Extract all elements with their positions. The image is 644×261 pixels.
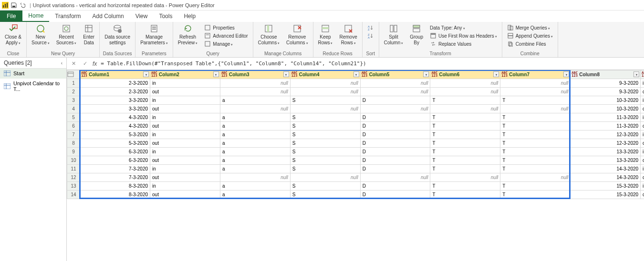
cell[interactable]: a <box>220 96 290 105</box>
cell[interactable]: 5-3-2020 <box>80 139 150 148</box>
cell[interactable]: 2-3-2020 <box>80 79 150 88</box>
cell[interactable]: 11-3-2020 <box>571 113 641 122</box>
cell[interactable]: a <box>220 122 290 130</box>
cell[interactable]: null <box>290 105 360 113</box>
row-number[interactable]: 1 <box>67 79 80 88</box>
cell[interactable]: out <box>641 191 644 199</box>
group-by-button[interactable]: Group By <box>407 23 426 50</box>
cell[interactable]: null <box>220 173 290 182</box>
formula-text[interactable]: = Table.FillDown(#"Transposed Table",{"C… <box>101 60 641 67</box>
row-number[interactable]: 4 <box>67 105 80 113</box>
cell[interactable]: 2-3-2020 <box>80 88 150 96</box>
cell[interactable]: a <box>220 139 290 148</box>
combine-files-button[interactable]: Combine Files <box>506 40 554 48</box>
tab-help[interactable]: Help <box>178 10 201 22</box>
cell[interactable]: S <box>290 139 360 148</box>
cell[interactable]: out <box>641 156 644 165</box>
cell[interactable]: T <box>500 148 571 156</box>
cell[interactable]: out <box>150 156 220 165</box>
cell[interactable]: null <box>430 173 500 182</box>
cell[interactable]: D <box>360 113 430 122</box>
cell[interactable]: a <box>220 165 290 173</box>
cell[interactable]: T <box>430 182 500 191</box>
cell[interactable]: S <box>290 165 360 173</box>
row-number[interactable]: 3 <box>67 96 80 105</box>
cell[interactable]: 8-3-2020 <box>80 191 150 199</box>
cell[interactable]: out <box>150 122 220 130</box>
cell[interactable]: D <box>360 130 430 139</box>
cell[interactable]: T <box>430 130 500 139</box>
cell[interactable]: 14-3-2020 <box>571 173 641 182</box>
cell[interactable]: null <box>360 79 430 88</box>
row-number[interactable]: 7 <box>67 130 80 139</box>
cell[interactable]: D <box>360 182 430 191</box>
tab-transform[interactable]: Transform <box>49 10 86 22</box>
filter-dropdown-icon[interactable]: ▾ <box>283 71 289 77</box>
data-type-button[interactable]: Data Type: Any <box>429 24 498 31</box>
row-number[interactable]: 11 <box>67 165 80 173</box>
cell[interactable]: in <box>150 148 220 156</box>
row-number[interactable]: 6 <box>67 122 80 130</box>
cell[interactable]: a <box>220 191 290 199</box>
column-header[interactable]: ABC123Column1▾ <box>80 70 150 79</box>
cell[interactable]: null <box>360 105 430 113</box>
filter-dropdown-icon[interactable]: ▾ <box>423 71 429 77</box>
filter-dropdown-icon[interactable]: ▾ <box>353 71 359 77</box>
row-number[interactable]: 2 <box>67 88 80 96</box>
column-header[interactable]: ABC123Column8▾ <box>571 70 641 79</box>
cell[interactable]: T <box>430 191 500 199</box>
cell[interactable]: T <box>500 182 571 191</box>
cell[interactable]: S <box>290 148 360 156</box>
cell[interactable]: T <box>430 148 500 156</box>
cell[interactable]: null <box>220 88 290 96</box>
column-header[interactable]: ABC123Column4▾ <box>290 70 360 79</box>
cell[interactable]: 14-3-2020 <box>571 165 641 173</box>
cell[interactable]: null <box>430 88 500 96</box>
split-column-button[interactable]: Split Column <box>381 23 406 50</box>
cell[interactable]: 15-3-2020 <box>571 182 641 191</box>
cell[interactable]: null <box>290 173 360 182</box>
cell[interactable]: out <box>641 139 644 148</box>
cell[interactable]: null <box>430 79 500 88</box>
cell[interactable]: 7-3-2020 <box>80 165 150 173</box>
cell[interactable]: 10-3-2020 <box>571 96 641 105</box>
data-grid[interactable]: ABC123Column1▾ABC123Column2▾ABC123Column… <box>67 70 644 261</box>
column-header[interactable]: ABC123Column2▾ <box>150 70 220 79</box>
sort-desc-button[interactable]: ZA <box>366 32 375 40</box>
cell[interactable]: a <box>220 156 290 165</box>
cell[interactable]: T <box>430 139 500 148</box>
cell[interactable]: T <box>500 165 571 173</box>
cell[interactable]: S <box>290 130 360 139</box>
cell[interactable]: null <box>220 105 290 113</box>
tab-home[interactable]: Home <box>22 10 49 22</box>
tab-addcolumn[interactable]: Add Column <box>87 10 130 22</box>
close-apply-button[interactable]: Close & Apply <box>2 23 24 50</box>
cell[interactable]: in <box>641 79 644 88</box>
replace-values-button[interactable]: Replace Values <box>429 40 498 48</box>
cell[interactable]: 13-3-2020 <box>571 156 641 165</box>
accept-formula-icon[interactable]: ✓ <box>81 60 89 68</box>
cell[interactable]: out <box>641 88 644 96</box>
cell[interactable]: 9-3-2020 <box>571 88 641 96</box>
cell[interactable]: T <box>430 165 500 173</box>
refresh-preview-button[interactable]: Refresh Preview <box>175 23 201 50</box>
cell[interactable]: D <box>360 148 430 156</box>
recent-sources-button[interactable]: Recent Sources <box>53 23 80 50</box>
cell[interactable]: S <box>290 156 360 165</box>
sort-asc-button[interactable]: AZ <box>366 24 375 31</box>
tab-view[interactable]: View <box>130 10 154 22</box>
row-number[interactable]: 14 <box>67 191 80 199</box>
remove-rows-button[interactable]: Remove Rows <box>337 23 360 50</box>
cell[interactable]: null <box>360 88 430 96</box>
merge-queries-button[interactable]: Merge Queries <box>506 24 554 31</box>
cell[interactable]: 9-3-2020 <box>571 79 641 88</box>
cell[interactable]: D <box>360 96 430 105</box>
cell[interactable]: T <box>500 96 571 105</box>
cancel-formula-icon[interactable]: ✕ <box>70 60 77 68</box>
column-header[interactable]: ABC123Column9▾ <box>641 70 644 79</box>
cell[interactable]: out <box>641 105 644 113</box>
cell[interactable]: T <box>500 113 571 122</box>
row-number[interactable]: 10 <box>67 156 80 165</box>
cell[interactable]: 6-3-2020 <box>80 156 150 165</box>
cell[interactable]: null <box>500 79 571 88</box>
